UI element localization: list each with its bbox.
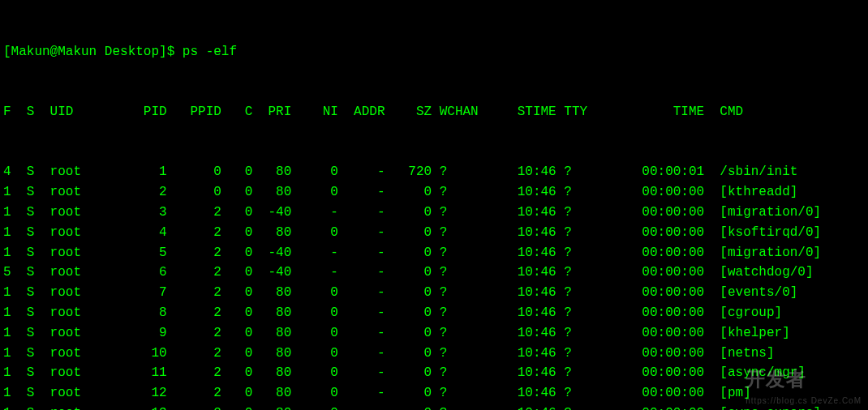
terminal-output[interactable]: [Makun@Makun Desktop]$ ps -elf F S UID P… — [0, 0, 868, 410]
ps-row: 1 S root 7 2 0 80 0 - 0 ? 10:46 ? 00:00:… — [3, 283, 865, 303]
ps-row: 1 S root 12 2 0 80 0 - 0 ? 10:46 ? 00:00… — [3, 383, 865, 404]
ps-row: 1 S root 5 2 0 -40 - - 0 ? 10:46 ? 00:00… — [3, 243, 865, 263]
ps-row: 1 S root 8 2 0 80 0 - 0 ? 10:46 ? 00:00:… — [3, 303, 865, 323]
ps-row: 1 S root 3 2 0 -40 - - 0 ? 10:46 ? 00:00… — [3, 203, 865, 223]
ps-header-row: F S UID PID PPID C PRI NI ADDR SZ WCHAN … — [3, 102, 865, 122]
ps-rows: 4 S root 1 0 0 80 0 - 720 ? 10:46 ? 00:0… — [3, 162, 865, 410]
typed-command: ps -elf — [183, 45, 237, 59]
prompt-line: [Makun@Makun Desktop]$ ps -elf — [3, 42, 865, 62]
ps-row: 1 S root 9 2 0 80 0 - 0 ? 10:46 ? 00:00:… — [3, 323, 865, 344]
ps-row: 1 S root 2 0 0 80 0 - 0 ? 10:46 ? 00:00:… — [3, 182, 865, 203]
ps-row: 1 S root 10 2 0 80 0 - 0 ? 10:46 ? 00:00… — [3, 344, 865, 364]
ps-row: 1 S root 13 2 0 80 0 - 0 ? 10:46 ? 00:00… — [3, 404, 865, 410]
shell-prompt: [Makun@Makun Desktop]$ — [3, 45, 183, 59]
ps-row: 5 S root 6 2 0 -40 - - 0 ? 10:46 ? 00:00… — [3, 263, 865, 283]
ps-row: 1 S root 11 2 0 80 0 - 0 ? 10:46 ? 00:00… — [3, 363, 865, 383]
ps-row: 4 S root 1 0 0 80 0 - 720 ? 10:46 ? 00:0… — [3, 162, 865, 182]
ps-row: 1 S root 4 2 0 80 0 - 0 ? 10:46 ? 00:00:… — [3, 223, 865, 243]
